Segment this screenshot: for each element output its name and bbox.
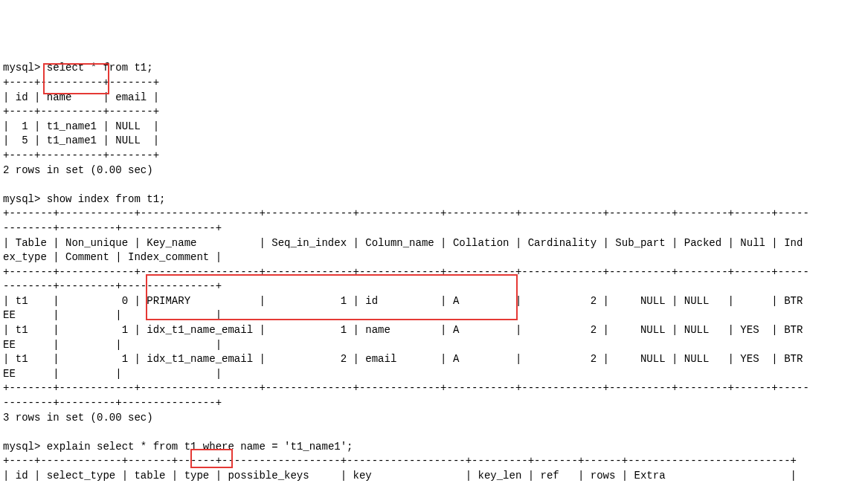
table-sep: +----+----------+-------+ (3, 149, 159, 161)
table-header: | Table | Non_unique | Key_name | Seq_in… (3, 237, 803, 249)
table-row: EE | | | (3, 339, 222, 351)
table-row: | 1 | t1_name1 | NULL | (3, 120, 159, 132)
result-footer: 2 rows in set (0.00 sec) (3, 164, 153, 176)
table-sep: +----+----------+-------+ (3, 106, 159, 117)
query-2: show index from t1; (47, 193, 166, 205)
table-header: ex_type | Comment | Index_comment | (3, 251, 222, 263)
table-row: | t1 | 1 | idx_t1_name_email | 1 | name … (3, 324, 803, 336)
table-sep: +-------+------------+------------------… (3, 207, 809, 219)
table-row: EE | | | (3, 368, 222, 380)
prompt: mysql> (3, 62, 40, 74)
terminal-output: mysql> select * from t1; +----+---------… (3, 62, 809, 486)
prompt: mysql> (3, 441, 40, 453)
table-sep: --------+---------+---------------+ (3, 222, 222, 234)
query-1: select * from t1; (47, 62, 153, 74)
table-sep: +----+-------------+-------+------+-----… (3, 455, 797, 467)
table-row: | 5 | t1_name1 | NULL | (3, 135, 159, 146)
table-sep: +-------+------------+------------------… (3, 266, 809, 278)
table-row: | t1 | 1 | idx_t1_name_email | 2 | email… (3, 353, 803, 365)
table-sep: +----+----------+-------+ (3, 77, 159, 88)
query-3: explain select * from t1 where name = 't… (47, 441, 353, 453)
table-sep: +-------+------------+------------------… (3, 382, 809, 394)
table-sep: --------+---------+---------------+ (3, 397, 222, 409)
table-row: EE | | | (3, 309, 222, 321)
prompt: mysql> (3, 193, 40, 205)
result-footer: 3 rows in set (0.00 sec) (3, 412, 153, 424)
table-header: | id | select_type | table | type | poss… (3, 470, 797, 482)
table-row: | t1 | 0 | PRIMARY | 1 | id | A | 2 | NU… (3, 295, 803, 307)
table-header: | id | name | email | (3, 91, 159, 103)
table-sep: --------+---------+---------------+ (3, 280, 222, 292)
